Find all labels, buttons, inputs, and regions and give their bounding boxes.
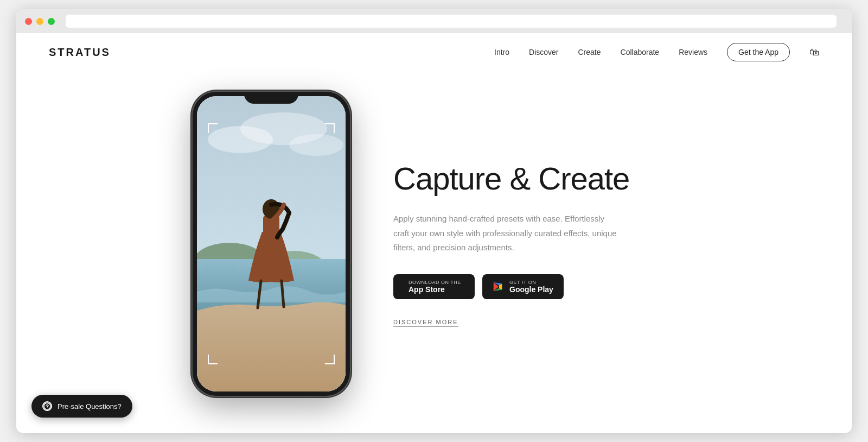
- hero-content: Capture & Create Apply stunning hand-cra…: [393, 161, 675, 327]
- app-store-text: Download on the App Store: [409, 280, 461, 294]
- discover-more-link[interactable]: DISCOVER MORE: [393, 319, 458, 327]
- focus-mark-bottom-left: [208, 355, 218, 364]
- google-play-sub-label: GET IT ON: [509, 280, 553, 285]
- app-store-name-label: App Store: [409, 285, 461, 294]
- phone-body: [193, 92, 350, 396]
- nav-link-intro[interactable]: Intro: [494, 48, 509, 56]
- nav-link-create[interactable]: Create: [578, 48, 601, 56]
- browser-chrome: [16, 9, 852, 33]
- browser-window: STRATUS Intro Discover Create Collaborat…: [16, 9, 852, 433]
- google-play-icon: [492, 281, 504, 293]
- address-bar[interactable]: [66, 15, 837, 28]
- phone-background-image: [197, 96, 346, 392]
- focus-mark-top-right: [325, 123, 335, 133]
- hero-description: Apply stunning hand-crafted presets with…: [393, 212, 621, 255]
- google-play-text: GET IT ON Google Play: [509, 280, 553, 294]
- chat-icon: [42, 401, 52, 411]
- google-play-button[interactable]: GET IT ON Google Play: [482, 274, 564, 299]
- chat-label: Pre-sale Questions?: [58, 402, 122, 411]
- maximize-button[interactable]: [48, 18, 55, 25]
- get-the-app-button[interactable]: Get the App: [727, 43, 790, 61]
- phone-notch: [244, 92, 298, 104]
- cart-icon[interactable]: 🛍: [809, 47, 819, 58]
- google-play-name-label: Google Play: [509, 285, 553, 294]
- svg-point-3: [289, 134, 343, 156]
- store-buttons: Download on the App Store: [393, 274, 675, 299]
- phone-side-button-power: [350, 171, 352, 209]
- site-logo[interactable]: STRATUS: [49, 46, 111, 59]
- app-store-button[interactable]: Download on the App Store: [393, 274, 475, 299]
- nav-link-reviews[interactable]: Reviews: [679, 48, 707, 56]
- chat-widget[interactable]: Pre-sale Questions?: [31, 395, 132, 418]
- phone-screen: [197, 96, 346, 392]
- hero-section: Capture & Create Apply stunning hand-cra…: [16, 71, 852, 427]
- nav-link-collaborate[interactable]: Collaborate: [621, 48, 660, 56]
- focus-mark-bottom-right: [325, 355, 335, 364]
- close-button[interactable]: [25, 18, 32, 25]
- hero-title: Capture & Create: [393, 161, 675, 197]
- page-content: STRATUS Intro Discover Create Collaborat…: [16, 33, 852, 433]
- app-store-sub-label: Download on the: [409, 280, 461, 285]
- focus-mark-top-left: [208, 123, 218, 133]
- phone-mockup: [193, 92, 350, 396]
- nav-links: Intro Discover Create Collaborate Review…: [494, 43, 819, 61]
- navigation: STRATUS Intro Discover Create Collaborat…: [16, 33, 852, 71]
- minimize-button[interactable]: [36, 18, 43, 25]
- nav-link-discover[interactable]: Discover: [529, 48, 558, 56]
